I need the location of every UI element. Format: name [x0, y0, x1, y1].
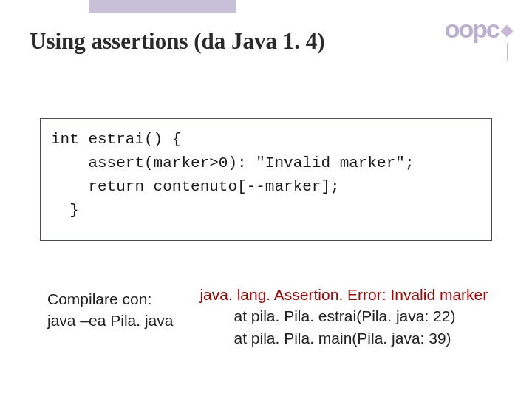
compile-label: Compilare con: — [47, 288, 173, 310]
code-line: assert(marker>0): "Invalid marker"; — [51, 154, 414, 171]
error-output: java. lang. Assertion. Error: Invalid ma… — [200, 284, 488, 349]
stack-trace-line: at pila. Pila. estrai(Pila. java: 22) — [233, 305, 488, 327]
oopc-logo: oopc — [445, 15, 511, 44]
code-line: return contenuto[--marker]; — [51, 178, 340, 195]
bottom-row: Compilare con: java –ea Pila. java java.… — [47, 288, 532, 349]
decorative-top-bar — [89, 0, 236, 13]
code-line: } — [51, 202, 79, 219]
compile-command: java –ea Pila. java — [47, 310, 173, 331]
code-snippet-box: int estrai() { assert(marker>0): "Invali… — [40, 118, 492, 241]
logo-text: oopc — [445, 15, 499, 44]
assertion-error-header: java. lang. Assertion. Error: Invalid ma… — [200, 284, 488, 305]
page-title: Using assertions (da Java 1. 4) — [30, 28, 325, 55]
diamond-icon — [501, 24, 514, 37]
code-line: int estrai() { — [51, 131, 181, 148]
compile-instructions: Compilare con: java –ea Pila. java — [47, 288, 173, 349]
stack-trace-line: at pila. Pila. main(Pila. java: 39) — [233, 327, 488, 349]
logo-tail-decoration — [507, 43, 508, 61]
